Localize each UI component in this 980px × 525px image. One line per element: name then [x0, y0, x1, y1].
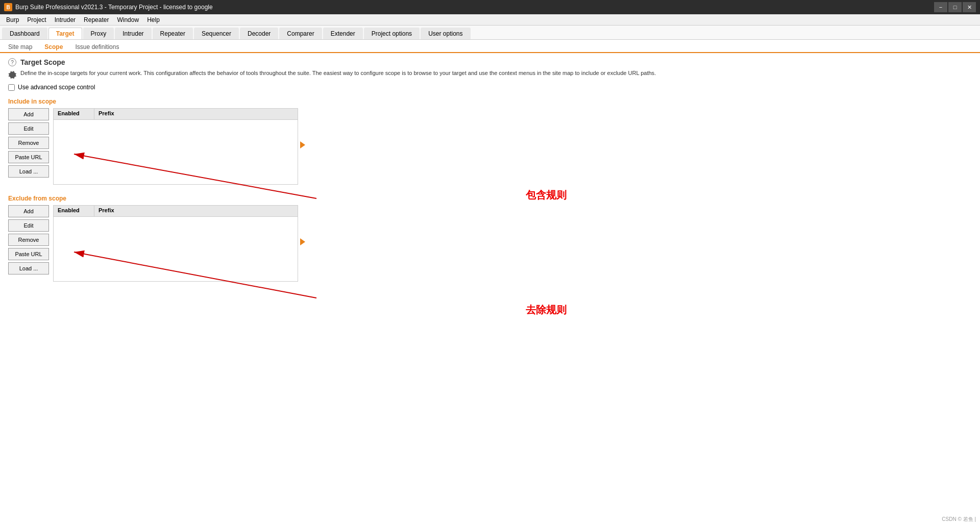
- nav-tab-project-options[interactable]: Project options: [364, 28, 420, 39]
- include-inner: Add Edit Remove Paste URL Load ... Enabl…: [8, 108, 972, 185]
- scope-desc-row: Define the in-scope targets for your cur…: [8, 69, 972, 79]
- exclude-label: Exclude from scope: [8, 195, 972, 202]
- include-buttons: Add Edit Remove Paste URL Load ...: [8, 108, 49, 185]
- exclude-col-prefix: Prefix: [94, 206, 298, 216]
- nav-tab-repeater[interactable]: Repeater: [153, 28, 193, 39]
- exclude-table: Enabled Prefix: [53, 205, 298, 282]
- minimize-button[interactable]: −: [934, 2, 947, 12]
- close-button[interactable]: ✕: [963, 2, 976, 12]
- exclude-load-button[interactable]: Load ...: [8, 262, 49, 274]
- help-icon[interactable]: ?: [8, 58, 16, 66]
- exclude-paste-url-button[interactable]: Paste URL: [8, 248, 49, 260]
- title-bar: B Burp Suite Professional v2021.3 - Temp…: [0, 0, 980, 14]
- nav-tab-sequencer[interactable]: Sequencer: [194, 28, 239, 39]
- exclude-table-body: [54, 217, 298, 282]
- nav-tab-proxy[interactable]: Proxy: [83, 28, 114, 39]
- include-table: Enabled Prefix: [53, 108, 298, 185]
- main-nav: DashboardTargetProxyIntruderRepeaterSequ…: [0, 26, 980, 40]
- include-edit-button[interactable]: Edit: [8, 122, 49, 135]
- include-add-button[interactable]: Add: [8, 108, 49, 120]
- advanced-scope-row: Use advanced scope control: [8, 84, 972, 91]
- scope-header: ? Target Scope: [8, 58, 972, 66]
- include-col-enabled: Enabled: [54, 109, 94, 119]
- nav-tab-extender[interactable]: Extender: [323, 28, 363, 39]
- menu-burp[interactable]: Burp: [2, 15, 23, 24]
- exclude-remove-button[interactable]: Remove: [8, 234, 49, 246]
- include-section: Include in scope Add Edit Remove Paste U…: [8, 98, 972, 185]
- exclude-edit-button[interactable]: Edit: [8, 219, 49, 232]
- include-load-button[interactable]: Load ...: [8, 165, 49, 178]
- scope-description: Define the in-scope targets for your cur…: [20, 69, 656, 77]
- exclude-section: Exclude from scope Add Edit Remove Paste…: [8, 195, 972, 282]
- include-table-header: Enabled Prefix: [54, 109, 298, 120]
- menu-project[interactable]: Project: [23, 15, 50, 24]
- advanced-scope-label: Use advanced scope control: [18, 84, 95, 91]
- sub-nav: Site mapScopeIssue definitions: [0, 40, 980, 53]
- title-bar-controls: − □ ✕: [934, 2, 976, 12]
- nav-tab-user-options[interactable]: User options: [421, 28, 470, 39]
- burp-icon: B: [4, 3, 12, 11]
- exclude-buttons: Add Edit Remove Paste URL Load ...: [8, 205, 49, 282]
- sub-tab-issue-definitions[interactable]: Issue definitions: [69, 42, 125, 52]
- sub-tab-scope[interactable]: Scope: [38, 42, 69, 53]
- maximize-button[interactable]: □: [948, 2, 962, 12]
- nav-tab-comparer[interactable]: Comparer: [279, 28, 322, 39]
- exclude-inner: Add Edit Remove Paste URL Load ... Enabl…: [8, 205, 972, 282]
- menu-window[interactable]: Window: [113, 15, 143, 24]
- sub-tab-site-map[interactable]: Site map: [2, 42, 38, 52]
- watermark: CSDN © 若鱼 |: [942, 516, 976, 523]
- nav-tab-target[interactable]: Target: [48, 28, 82, 39]
- nav-tab-dashboard[interactable]: Dashboard: [2, 28, 47, 39]
- menu-help[interactable]: Help: [143, 15, 164, 24]
- menu-intruder[interactable]: Intruder: [51, 15, 80, 24]
- include-arrow[interactable]: [300, 141, 308, 149]
- advanced-scope-checkbox[interactable]: [8, 84, 15, 91]
- include-remove-button[interactable]: Remove: [8, 137, 49, 149]
- gear-icon[interactable]: [8, 70, 16, 79]
- menu-bar: BurpProjectIntruderRepeaterWindowHelp: [0, 14, 980, 26]
- scope-title: Target Scope: [20, 58, 65, 66]
- menu-repeater[interactable]: Repeater: [80, 15, 113, 24]
- include-col-prefix: Prefix: [94, 109, 298, 119]
- title-bar-left: B Burp Suite Professional v2021.3 - Temp…: [4, 3, 213, 11]
- title-bar-text: Burp Suite Professional v2021.3 - Tempor…: [15, 4, 213, 11]
- exclude-annotation-text: 去除规则: [526, 304, 567, 315]
- nav-tab-intruder[interactable]: Intruder: [115, 28, 151, 39]
- exclude-add-button[interactable]: Add: [8, 205, 49, 217]
- content-area: ? Target Scope Define the in-scope targe…: [0, 53, 980, 525]
- exclude-arrow[interactable]: [300, 238, 308, 246]
- include-table-body: [54, 120, 298, 185]
- include-paste-url-button[interactable]: Paste URL: [8, 151, 49, 163]
- include-label: Include in scope: [8, 98, 972, 105]
- exclude-table-header: Enabled Prefix: [54, 206, 298, 217]
- exclude-col-enabled: Enabled: [54, 206, 94, 216]
- nav-tab-decoder[interactable]: Decoder: [240, 28, 278, 39]
